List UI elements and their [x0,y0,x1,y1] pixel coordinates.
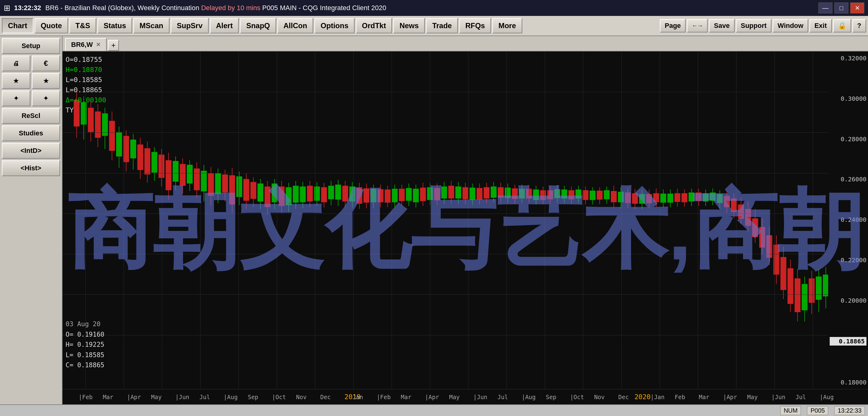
chart-area[interactable]: O=0.18755 H=0.18870 L=0.18585 L=0.18865 … [63,52,868,389]
studies-button[interactable]: Studies [2,125,60,141]
window-controls: — □ ✕ [818,2,864,13]
close-button[interactable]: ✕ [850,2,864,13]
chart-tab-label: BR6,W [71,41,93,49]
toolbar-rfqs-button[interactable]: RFQs [459,18,491,33]
time-mar-2019: Mar [401,394,411,401]
support-button[interactable]: Support [736,19,771,32]
setup-button[interactable]: Setup [2,38,60,54]
price-high: H=0.18870 [66,65,106,75]
price-0.30: 0.30000 [830,95,866,102]
time-dec: Dec [320,394,331,401]
toolbar-trade-button[interactable]: Trade [426,18,458,33]
price-0.28: 0.28000 [830,135,866,143]
time-nov: Nov [296,394,307,401]
time-oct-2019: |Oct [570,394,584,401]
price-0.18: 0.18000 [830,379,866,386]
price-0.24: 0.24000 [830,216,866,223]
time-aug-2020: |Aug [819,394,834,401]
time-may-2019: May [449,394,459,401]
chart-tab-br6w[interactable]: BR6,W ✕ [65,38,107,51]
num-indicator: NUM [780,406,801,415]
toolbar-allcon-button[interactable]: AllCon [277,18,313,33]
ohlc-date: 03 Aug 20 [66,319,104,330]
window-button[interactable]: Window [773,19,808,32]
toolbar-chart-button[interactable]: Chart [2,18,33,33]
toolbar-news-button[interactable]: News [393,18,425,33]
time-aug: |Aug [224,394,238,401]
toolbar-supsrv-button[interactable]: SupSrv [171,18,209,33]
diamond2-button[interactable]: ✦ [32,90,60,106]
maximize-button[interactable]: □ [834,2,848,13]
time-may-2020: May [747,394,758,401]
toolbar-options-button[interactable]: Options [314,18,354,33]
time-sep-2019: Sep [546,394,556,401]
time-feb-2020: Feb [675,394,685,401]
diamond1-button[interactable]: ✦ [2,90,30,106]
time-apr-2020: |Apr [723,394,737,401]
price-delta: Δ=+0.00100 [66,95,106,105]
time-jul-2020: Jul [795,394,806,401]
toolbar-status-button[interactable]: Status [97,18,132,33]
title-bar: ⊞ 13:22:32 BR6 - Brazilian Real (Globex)… [0,0,868,16]
icon-row-1: 🖨 € [2,56,60,71]
title-symbol: BR6 - Brazilian Real (Globex), Weekly Co… [45,4,199,12]
price-current: 0.18865 [830,337,866,346]
price-0.26: 0.26000 [830,175,866,183]
price-info-overlay: O=0.18755 H=0.18870 L=0.18585 L=0.18865 … [66,55,106,115]
toolbar-ts-button[interactable]: T&S [69,18,96,33]
main-toolbar: Chart Quote T&S Status MScan SupSrv Aler… [0,16,868,36]
save-button[interactable]: Save [709,19,734,32]
page-indicator: P005 [807,406,828,415]
help-button[interactable]: ? [852,19,866,32]
minimize-button[interactable]: — [818,2,832,13]
page-button[interactable]: Page [660,19,686,32]
main-area: Setup 🖨 € ★ ★ ✦ ✦ ReScl Studies <IntD> <… [0,36,868,404]
time-mar: Mar [103,394,113,401]
toolbar-mscan-button[interactable]: MScan [133,18,169,33]
toolbar-more-button[interactable]: More [492,18,522,33]
price-open: O=0.18755 [66,55,106,65]
toolbar-quote-button[interactable]: Quote [35,18,68,33]
page-nav-button[interactable]: ←→ [687,19,708,32]
time-jan-2019: Jan [352,394,363,401]
print-button[interactable]: 🖨 [2,56,30,71]
exit-button[interactable]: Exit [809,19,832,32]
time-dec-2019: Dec [618,394,629,401]
add-tab-button[interactable]: + [108,40,119,51]
time-feb-2019: |Feb [377,394,391,401]
time-jun-2020: |Jun [771,394,785,401]
time-sep: Sep [248,394,258,401]
price-0.20: 0.20000 [830,297,866,304]
time-2020: 2020 [634,393,651,401]
icon-row-3: ✦ ✦ [2,90,60,106]
icon-row-2: ★ ★ [2,73,60,89]
export-button[interactable]: € [32,56,60,71]
ohlc-detail: 03 Aug 20 O= 0.19160 H= 0.19225 L= 0.185… [66,319,104,371]
ohlc-high: H= 0.19225 [66,340,104,350]
price-low1: L=0.18585 [66,75,106,85]
ty-label: TY [66,105,106,115]
chart-tab-close[interactable]: ✕ [96,41,100,48]
price-scale: 0.32000 0.30000 0.28000 0.26000 0.24000 … [828,52,868,389]
time-jan-2020: |Jan [650,394,664,401]
intd-button[interactable]: <IntD> [2,143,60,159]
ohlc-open: O= 0.19160 [66,330,104,340]
ohlc-close: C= 0.18865 [66,360,104,371]
price-low2: L=0.18865 [66,85,106,95]
ohlc-low: L= 0.18585 [66,350,104,360]
bottom-info-right: NUM P005 13:22:33 [780,406,865,415]
toolbar-ordtkt-button[interactable]: OrdTkt [356,18,392,33]
time-nov-2019: Nov [594,394,604,401]
time-may: May [151,394,161,401]
star1-button[interactable]: ★ [2,73,30,89]
time-feb: |Feb [79,394,93,401]
hist-button[interactable]: <Hist> [2,160,60,176]
star2-button[interactable]: ★ [32,73,60,89]
toolbar-snapq-button[interactable]: SnapQ [240,18,276,33]
time-apr: |Apr [127,394,141,401]
rescl-button[interactable]: ReScl [2,108,60,124]
time-apr-2019: |Apr [425,394,439,401]
toolbar-alert-button[interactable]: Alert [210,18,239,33]
lock-button[interactable]: 🔒 [833,19,851,32]
title-delay: Delayed by 10 mins [201,4,260,12]
